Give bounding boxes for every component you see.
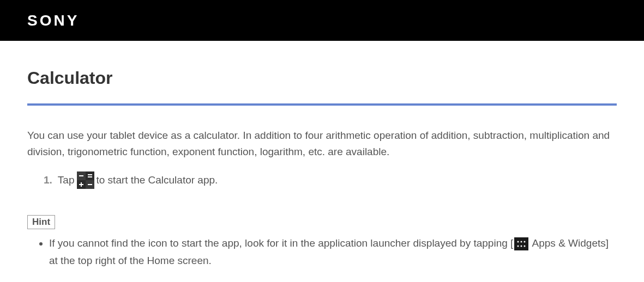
sony-logo: SONY	[27, 12, 79, 29]
svg-rect-8	[81, 182, 82, 187]
svg-rect-10	[514, 237, 528, 250]
hint-text-prefix: If you cannot find the icon to start the…	[49, 237, 513, 249]
calculator-icon	[77, 171, 94, 189]
hint-label: Hint	[27, 215, 55, 229]
intro-paragraph: You can use your tablet device as a calc…	[27, 127, 617, 161]
hint-list: If you cannot find the icon to start the…	[27, 235, 617, 270]
step-item: 1. Tap to start the Calculator app.	[44, 171, 617, 189]
step-list: 1. Tap to start the Calculator app.	[27, 171, 617, 189]
header-bar: SONY	[0, 0, 644, 41]
svg-point-11	[517, 241, 519, 243]
step-number: 1.	[44, 171, 52, 189]
svg-rect-6	[88, 176, 92, 177]
title-divider	[27, 103, 617, 106]
step-text-prefix: Tap	[58, 171, 75, 189]
svg-point-13	[524, 241, 526, 243]
svg-point-14	[517, 246, 519, 247]
svg-point-16	[524, 246, 526, 247]
svg-point-15	[521, 246, 522, 247]
svg-rect-4	[79, 175, 83, 176]
svg-rect-5	[88, 174, 92, 175]
hint-item: If you cannot find the icon to start the…	[49, 235, 617, 270]
svg-point-12	[521, 241, 522, 243]
svg-rect-9	[88, 184, 92, 185]
page-title: Calculator	[27, 68, 617, 88]
step-text-suffix: to start the Calculator app.	[97, 171, 218, 189]
content-area: Calculator You can use your tablet devic…	[0, 41, 644, 281]
apps-widgets-icon	[514, 237, 528, 250]
svg-rect-1	[86, 171, 94, 180]
